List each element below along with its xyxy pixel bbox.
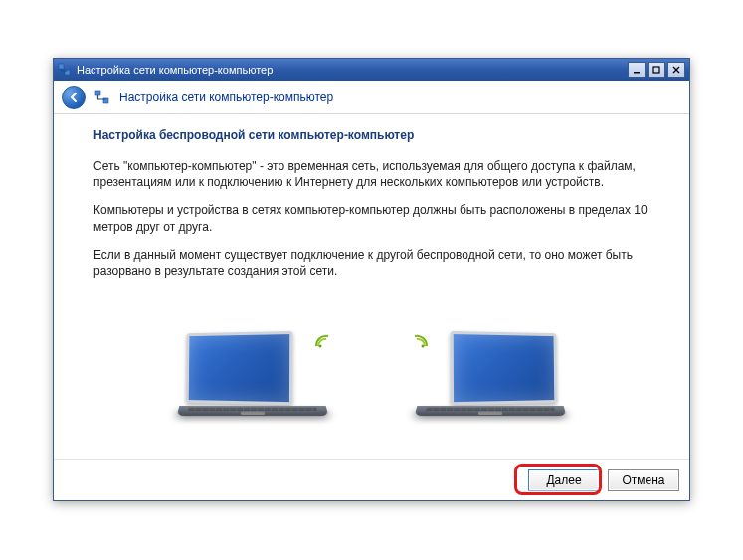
svg-rect-0	[59, 64, 64, 69]
wizard-window: Настройка сети компьютер-компьютер	[53, 58, 690, 501]
paragraph-1: Сеть "компьютер-компьютер" - это временн…	[93, 158, 650, 190]
footer-buttons: Далее Отмена	[54, 459, 689, 500]
next-button[interactable]: Далее	[528, 469, 600, 491]
header-strip: Настройка сети компьютер-компьютер	[54, 81, 689, 114]
svg-point-6	[318, 345, 321, 348]
minimize-button[interactable]	[628, 62, 646, 78]
app-icon	[58, 63, 72, 77]
close-button[interactable]	[667, 62, 685, 78]
svg-rect-4	[95, 91, 100, 95]
svg-rect-2	[634, 72, 640, 74]
window-title: Настройка сети компьютер-компьютер	[77, 64, 628, 76]
content-area: Настройка беспроводной сети компьютер-ко…	[54, 114, 689, 459]
paragraph-3: Если в данный момент существует подключе…	[93, 247, 650, 279]
illustration	[93, 290, 650, 420]
back-button[interactable]	[62, 86, 86, 109]
window-controls	[628, 62, 685, 78]
laptop-right-icon	[411, 332, 570, 420]
titlebar[interactable]: Настройка сети компьютер-компьютер	[54, 59, 689, 81]
paragraph-2: Компьютеры и устройства в сетях компьюте…	[93, 202, 650, 234]
page-title: Настройка беспроводной сети компьютер-ко…	[93, 128, 650, 142]
cancel-button[interactable]: Отмена	[608, 469, 679, 491]
network-icon	[93, 89, 111, 106]
svg-rect-3	[653, 67, 659, 73]
laptop-left-icon	[173, 332, 332, 420]
maximize-button[interactable]	[648, 62, 665, 78]
breadcrumb: Настройка сети компьютер-компьютер	[119, 91, 333, 104]
